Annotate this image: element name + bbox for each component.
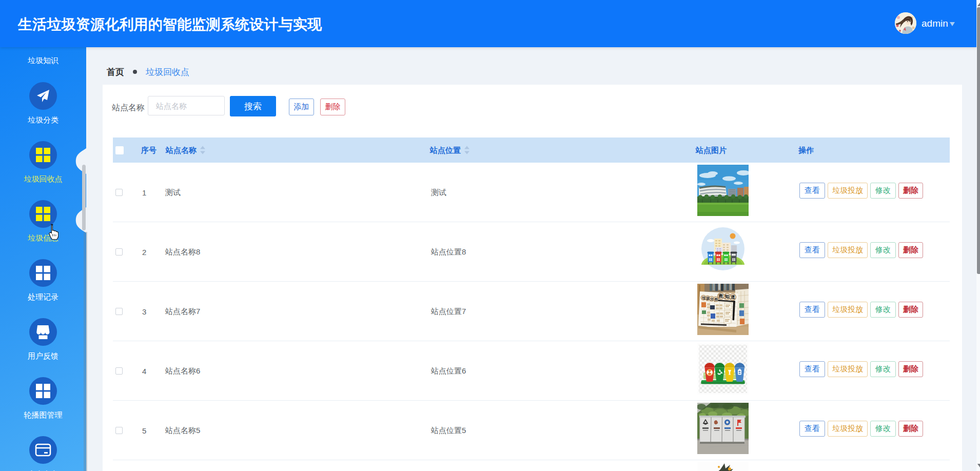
svg-text:垃: 垃: [701, 296, 705, 300]
svg-text:分: 分: [710, 297, 714, 301]
svg-text:知: 知: [724, 294, 730, 299]
svg-text:道: 道: [731, 295, 736, 300]
svg-text:救: 救: [718, 293, 724, 299]
svg-text:圾: 圾: [705, 297, 710, 301]
svg-text:类: 类: [714, 298, 718, 302]
